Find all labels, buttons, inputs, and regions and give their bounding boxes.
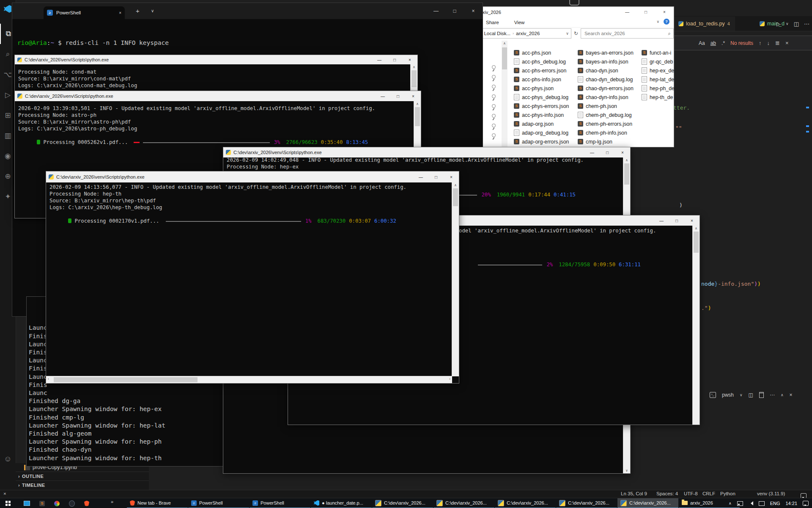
maximize-panel-icon[interactable]: ∧ <box>781 393 784 397</box>
terminal-shell-label[interactable]: pwsh <box>722 392 734 398</box>
quick-launch-icon[interactable] <box>54 501 60 506</box>
taskbar-button[interactable]: C:\dev\arxiv_2026... <box>495 498 556 508</box>
scroll-up-icon[interactable]: ∧ <box>693 226 700 230</box>
scroll-up-icon[interactable]: ∧ <box>414 102 421 106</box>
maximize-icon[interactable]: □ <box>428 171 444 182</box>
tab-load-to-redis[interactable]: load_to_redis.py 4 <box>673 17 735 31</box>
prev-match-icon[interactable]: ↑ <box>759 40 762 46</box>
action-center-icon[interactable] <box>803 501 809 506</box>
scroll-right-icon[interactable]: › <box>449 377 450 381</box>
timeline-section[interactable]: ›TIMELINE <box>16 480 149 489</box>
file-item[interactable]: funct-an-i <box>642 48 674 57</box>
quick-launch-icon[interactable] <box>69 500 75 507</box>
kill-terminal-icon[interactable] <box>759 392 764 398</box>
scrollbar[interactable]: ∧ <box>452 182 459 376</box>
file-item[interactable]: hep-ph_de <box>642 84 674 93</box>
file-item[interactable]: cmp-lg.json <box>578 137 641 146</box>
file-item[interactable]: hep-lat_de <box>642 75 674 84</box>
refresh-icon[interactable]: ↻ <box>574 30 578 36</box>
file-item[interactable]: acc-phs-info.json <box>514 75 578 84</box>
start-button[interactable] <box>0 498 16 508</box>
taskbar-button[interactable]: PowerShell <box>188 498 249 508</box>
taskbar-overflow-icon[interactable]: » <box>111 499 113 504</box>
file-item[interactable]: acc-phys-info.json <box>514 110 578 119</box>
minimize-icon[interactable]: — <box>375 91 390 101</box>
close-icon[interactable]: × <box>464 3 483 19</box>
regex-toggle[interactable]: .* <box>721 40 725 46</box>
cast-device-icon[interactable] <box>737 501 743 506</box>
file-item[interactable]: adap-org_debug.log <box>514 128 578 137</box>
taskbar-button[interactable]: C:\dev\arxiv_2026... <box>617 498 678 508</box>
close-icon[interactable]: × <box>444 171 459 182</box>
console-title-bar[interactable]: C:\dev\arxiv_2026\venv\Scripts\python.ex… <box>15 91 421 101</box>
file-item[interactable]: chao-dyn-errors.json <box>578 84 641 93</box>
close-icon[interactable]: × <box>615 147 630 157</box>
file-item[interactable]: chem-ph_debug.log <box>578 110 641 119</box>
nav-scrollbar[interactable]: ∧ <box>502 41 508 147</box>
close-tab-icon[interactable]: × <box>119 11 121 15</box>
file-item[interactable]: hep-th_de <box>642 93 674 102</box>
file-item[interactable]: chem-ph-info.json <box>578 128 641 137</box>
explorer-title-bar[interactable]: arxiv_2026 — □ × <box>474 7 674 17</box>
maximize-icon[interactable]: □ <box>636 7 655 17</box>
scroll-down-icon[interactable]: ∨ <box>623 469 630 472</box>
account-icon[interactable]: ☺ <box>0 450 16 467</box>
speaker-icon[interactable] <box>749 501 753 505</box>
file-item[interactable]: acc-phs.json <box>514 48 578 57</box>
run-dropdown-icon[interactable]: ∨ <box>786 22 789 26</box>
scroll-up-icon[interactable]: ∧ <box>411 65 417 69</box>
help-icon[interactable]: ? <box>664 19 669 25</box>
clock[interactable]: 14:21 <box>785 501 797 506</box>
remote-indicator[interactable]: × <box>3 491 6 496</box>
file-item[interactable]: chao-dyn-info.json <box>578 93 641 102</box>
taskbar-button[interactable]: C:\dev\arxiv_2026... <box>556 498 617 508</box>
file-item[interactable]: chem-ph.json <box>578 102 641 110</box>
maximize-icon[interactable]: □ <box>600 147 615 157</box>
search-input[interactable] <box>584 30 668 36</box>
file-item[interactable]: bayes-an-info.json <box>578 57 641 66</box>
file-item[interactable]: acc-phys.json <box>514 84 578 93</box>
scrollbar[interactable]: ∧ <box>692 226 700 425</box>
quick-launch-icon[interactable] <box>84 501 89 506</box>
quick-launch-icon[interactable] <box>24 501 30 506</box>
split-editor-icon[interactable]: ◫ <box>794 21 799 27</box>
file-item[interactable]: gr-qc_deb <box>642 57 674 66</box>
taskbar-button[interactable]: C:\dev\arxiv_2026... <box>433 498 494 508</box>
taskbar-button[interactable]: ● launcher_date.p... <box>311 498 372 508</box>
scroll-left-icon[interactable]: ‹ <box>48 377 49 381</box>
maximize-icon[interactable]: □ <box>445 3 464 19</box>
close-find-icon[interactable]: × <box>785 40 789 46</box>
language-mode[interactable]: Python <box>720 491 735 496</box>
close-icon[interactable]: × <box>655 7 674 17</box>
terminal-dropdown-icon[interactable]: ∨ <box>740 393 743 397</box>
minimize-icon[interactable]: — <box>654 215 669 226</box>
match-case-toggle[interactable]: Aa <box>699 40 705 46</box>
cursor-position[interactable]: Ln 35, Col 9 <box>621 491 647 496</box>
file-item[interactable]: chao-dyn_debug.log <box>578 75 641 84</box>
terminal-more-icon[interactable]: ⋯ <box>770 392 775 398</box>
scroll-up-icon[interactable]: ∧ <box>452 183 459 187</box>
minimize-icon[interactable]: — <box>372 55 387 64</box>
tray-expand-icon[interactable]: ∧ <box>729 501 732 505</box>
maximize-icon[interactable]: □ <box>390 91 406 101</box>
address-bar[interactable]: « Local Disk... › arxiv_2026 ∨ <box>477 28 571 39</box>
new-tab-icon[interactable]: + <box>136 7 140 14</box>
python-env[interactable]: venv (3.11.9) <box>757 491 785 496</box>
minimize-icon[interactable]: — <box>427 3 445 19</box>
more-actions-icon[interactable]: ⋯ <box>804 21 809 27</box>
ribbon-view-tab[interactable]: View <box>514 20 525 25</box>
maximize-icon[interactable]: □ <box>387 55 402 64</box>
ribbon-share-tab[interactable]: Share <box>486 20 499 25</box>
scroll-up-icon[interactable]: ∧ <box>623 158 630 162</box>
language-indicator[interactable]: ENG <box>770 501 780 506</box>
console-title-bar[interactable]: C:\dev\arxiv_2026\venv\Scripts\python.ex… <box>223 147 630 157</box>
taskbar-button[interactable]: PowerShell <box>250 498 310 508</box>
file-item[interactable]: hep-ex_de <box>642 66 674 75</box>
file-item[interactable]: acc-phs_debug.log <box>514 57 578 66</box>
close-panel-icon[interactable]: × <box>790 392 793 398</box>
minimize-icon[interactable]: — <box>584 147 600 157</box>
taskbar-button[interactable]: C:\dev\arxiv_2026... <box>372 498 433 508</box>
console-title-bar[interactable]: C:\dev\arxiv_2026\venv\Scripts\python.ex… <box>46 171 459 182</box>
taskbar-button[interactable]: New tab - Brave <box>127 498 188 508</box>
scroll-up-icon[interactable]: ∧ <box>502 41 508 45</box>
